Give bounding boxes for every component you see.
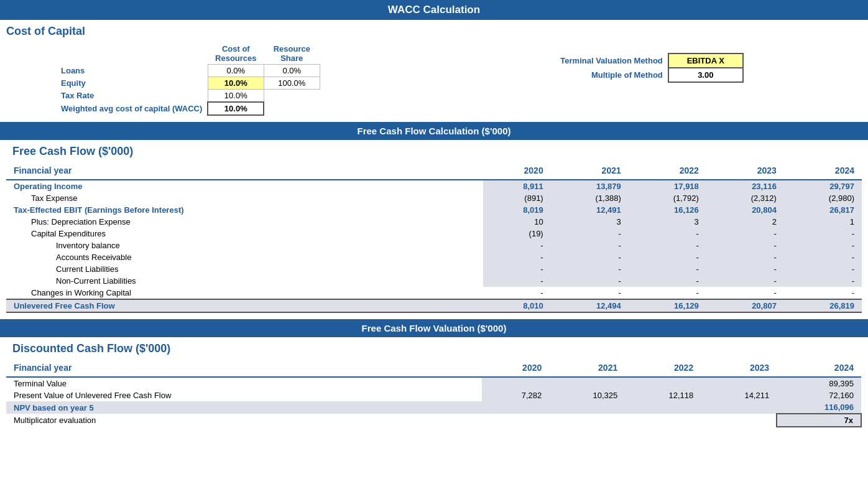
- cost-of-capital-title: Cost of Capital: [0, 20, 868, 40]
- dcf-mult-empty-0: [482, 414, 549, 427]
- fcf-cell-0-3: 23,116: [706, 180, 784, 192]
- fcf-cell-3-4: 1: [784, 216, 862, 228]
- fcf-cell-8-1: -: [551, 275, 629, 287]
- fcf-row-label-1: Tax Expense: [6, 192, 483, 204]
- wacc-cost[interactable]: 10.0%: [208, 102, 264, 115]
- terminal-method-label: Terminal Valuation Method: [494, 54, 668, 68]
- fcf-row-0: Operating Income8,91113,87917,91823,1162…: [6, 180, 862, 192]
- equity-cost[interactable]: 10.0%: [208, 77, 264, 90]
- fcf-row-8: Non-Current Liabilities-----: [6, 275, 862, 287]
- fcf-row-1: Tax Expense(891)(1,388)(1,792)(2,312)(2,…: [6, 192, 862, 204]
- fcf-cell-0-0: 8,911: [483, 180, 550, 192]
- fcf-cell-7-3: -: [706, 263, 784, 275]
- coc-row-taxrate: Tax Rate 10.0%: [56, 90, 320, 103]
- fcf-cell-5-0: -: [483, 240, 550, 251]
- dcf-yr-2023: 2023: [701, 359, 777, 377]
- equity-label: Equity: [56, 77, 208, 90]
- loans-share[interactable]: 0.0%: [264, 65, 320, 77]
- fcf-cell-2-1: 12,491: [551, 204, 629, 216]
- fcf-yr-2023: 2023: [706, 162, 784, 180]
- fcf-cell-2-0: 8,019: [483, 204, 550, 216]
- dcf-cell-1-1: 10,325: [549, 389, 625, 401]
- dcf-cell-0-1: [549, 377, 625, 389]
- dcf-mult-label: Multiplicator evaluation: [6, 414, 482, 427]
- fcf-row-9: Changes in Working Capital-----: [6, 287, 862, 299]
- fcf-row-4: Capital Expenditures(19)----: [6, 228, 862, 240]
- fcf-header-label: Financial year: [6, 162, 483, 180]
- dcf-row-1: Present Value of Unlevered Free Cash Flo…: [6, 389, 861, 401]
- taxrate-cost[interactable]: 10.0%: [208, 90, 264, 103]
- dcf-cell-0-4: 89,395: [777, 377, 861, 389]
- coc-table: Cost ofResources ResourceShare Loans 0.0…: [56, 43, 320, 116]
- fcf-cell-8-2: -: [629, 275, 706, 287]
- terminal-multiple-value[interactable]: 3.00: [668, 68, 743, 82]
- fcf-row-5: Inventory balance-----: [6, 240, 862, 251]
- fcf-cell-3-0: 10: [483, 216, 550, 228]
- fcf-yr-2021: 2021: [551, 162, 629, 180]
- fcf-row-label-3: Plus: Depreciation Expense: [6, 216, 483, 228]
- cost-of-capital-section: Cost of Capital Cost ofResources Resourc…: [0, 20, 868, 122]
- fcf-cell-7-4: -: [784, 263, 862, 275]
- fcf-row-label-4: Capital Expenditures: [6, 228, 483, 240]
- fcf-cell-7-2: -: [629, 263, 706, 275]
- fcf-row-10: Unlevered Free Cash Flow8,01012,49416,12…: [6, 299, 862, 312]
- dcf-npv-label: NPV based on year 5: [6, 401, 482, 414]
- fcf-cell-2-3: 20,804: [706, 204, 784, 216]
- dcf-cell-0-2: [625, 377, 701, 389]
- dcf-mult-value[interactable]: 7x: [777, 414, 861, 427]
- fcf-table: Financial year 2020 2021 2022 2023 2024 …: [6, 162, 862, 313]
- fcf-cell-0-1: 13,879: [551, 180, 629, 192]
- fcf-row-label-6: Accounts Receivable: [6, 251, 483, 263]
- dcf-row-0: Terminal Value89,395: [6, 377, 861, 389]
- fcf-cell-10-4: 26,819: [784, 299, 862, 312]
- fcf-cell-6-4: -: [784, 251, 862, 263]
- wacc-label: Weighted avg cost of capital (WACC): [56, 102, 208, 115]
- dcf-npv-empty-2: [625, 401, 701, 414]
- fcf-cell-1-4: (2,980): [784, 192, 862, 204]
- fcf-cell-8-4: -: [784, 275, 862, 287]
- taxrate-label: Tax Rate: [56, 90, 208, 103]
- fcf-cell-1-3: (2,312): [706, 192, 784, 204]
- fcf-cell-5-3: -: [706, 240, 784, 251]
- dcf-yr-2024: 2024: [777, 359, 861, 377]
- fcf-cell-5-2: -: [629, 240, 706, 251]
- dcf-mult-empty-1: [549, 414, 625, 427]
- loans-label: Loans: [56, 65, 208, 77]
- dcf-header-label: Financial year: [6, 359, 482, 377]
- fcf-yr-2022: 2022: [629, 162, 706, 180]
- terminal-multiple-label: Multiple of Method: [494, 68, 668, 82]
- fcf-cell-10-3: 20,807: [706, 299, 784, 312]
- fcf-cell-4-1: -: [551, 228, 629, 240]
- fcf-cell-10-2: 16,129: [629, 299, 706, 312]
- fcf-cell-6-0: -: [483, 251, 550, 263]
- fcf-cell-10-0: 8,010: [483, 299, 550, 312]
- fcf-cell-4-2: -: [629, 228, 706, 240]
- fcf-row-2: Tax-Effected EBIT (Earnings Before Inter…: [6, 204, 862, 216]
- fcf-cell-6-1: -: [551, 251, 629, 263]
- fcf-yr-2020: 2020: [483, 162, 550, 180]
- fcf-cell-8-3: -: [706, 275, 784, 287]
- fcf-cell-7-1: -: [551, 263, 629, 275]
- fcf-cell-1-1: (1,388): [551, 192, 629, 204]
- fcf-cell-7-0: -: [483, 263, 550, 275]
- coc-row-loans: Loans 0.0% 0.0%: [56, 65, 320, 77]
- dcf-row-label-1: Present Value of Unlevered Free Cash Flo…: [6, 389, 482, 401]
- loans-cost[interactable]: 0.0%: [208, 65, 264, 77]
- fcf-row-label-8: Non-Current Liabilities: [6, 275, 483, 287]
- dcf-yr-2020: 2020: [482, 359, 549, 377]
- cost-of-capital-area: Cost ofResources ResourceShare Loans 0.0…: [0, 40, 868, 122]
- fcf-cell-3-1: 3: [551, 216, 629, 228]
- dcf-mult-row: Multiplicator evaluation7x: [6, 414, 861, 427]
- fcf-yr-2024: 2024: [784, 162, 862, 180]
- fcf-cell-3-2: 3: [629, 216, 706, 228]
- equity-share[interactable]: 100.0%: [264, 77, 320, 90]
- fcf-cell-0-4: 29,797: [784, 180, 862, 192]
- fcf-cell-4-0: (19): [483, 228, 550, 240]
- taxrate-share-empty: [264, 90, 320, 103]
- wacc-share-empty: [264, 102, 320, 115]
- fcf-cell-9-2: -: [629, 287, 706, 299]
- fcf-row-label-9: Changes in Working Capital: [6, 287, 483, 299]
- terminal-method-value[interactable]: EBITDA X: [668, 54, 743, 68]
- dcf-row-label-0: Terminal Value: [6, 377, 482, 389]
- terminal-multiple-row: Multiple of Method 3.00: [494, 68, 743, 82]
